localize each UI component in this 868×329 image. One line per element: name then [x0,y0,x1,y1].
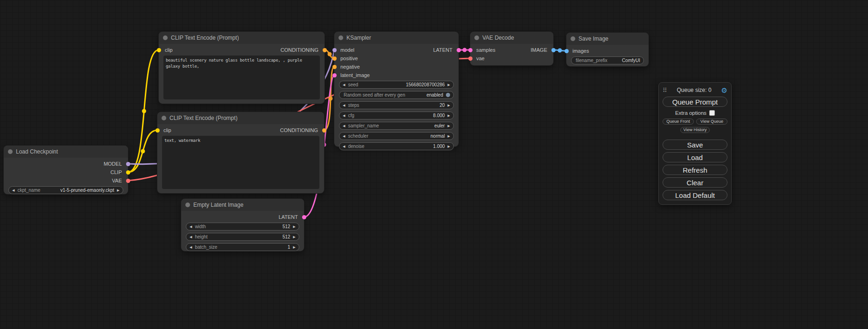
link-clip-to-negative-prompt[interactable] [128,130,157,172]
random-seed-toggle-widget[interactable]: Random seed after every gen enabled [339,91,454,99]
collapse-dot[interactable] [339,35,343,40]
left-arrow-icon[interactable]: ◀ [190,245,192,249]
conditioning-output-slot[interactable] [323,48,327,52]
node-ksampler[interactable]: KSampler model LATENT positive negative … [334,32,459,147]
right-arrow-icon[interactable]: ▶ [448,114,450,117]
node-save-image[interactable]: Save Image images filename_prefix ComfyU… [566,33,649,66]
link-clip-to-positive-prompt[interactable] [128,50,159,172]
left-arrow-icon[interactable]: ◀ [343,145,345,148]
view-history-button[interactable]: View History [680,127,710,133]
collapse-dot[interactable] [8,149,13,154]
left-arrow-icon[interactable]: ◀ [343,83,345,86]
batch-size-widget[interactable]: ◀ batch_size 1 ▶ [186,243,299,251]
seed-widget[interactable]: ◀ seed 156680208700286 ▶ [339,81,454,89]
latent-image-input-slot[interactable] [332,73,337,77]
node-vae-decode[interactable]: VAE Decode samples IMAGE vae [470,32,553,65]
filename-prefix-widget[interactable]: filename_prefix ComfyUI [571,56,644,64]
right-arrow-icon[interactable]: ▶ [448,134,450,138]
prompt-textarea[interactable]: beautiful scenery nature glass bottle la… [163,56,320,99]
model-input-slot[interactable] [332,48,337,52]
clip-input-slot[interactable] [155,128,160,133]
link-midpoint-dot[interactable] [142,109,146,113]
collapse-dot[interactable] [163,35,168,40]
toggle-dot[interactable] [446,93,450,97]
link-midpoint-dot[interactable] [463,48,467,52]
clear-button[interactable]: Clear [663,177,727,188]
latent-output-slot[interactable] [302,215,306,219]
denoise-widget[interactable]: ◀ denoise 1.000 ▶ [339,142,454,150]
settings-gear-icon[interactable]: ⚙ [721,87,727,94]
right-arrow-icon[interactable]: ▶ [293,225,296,228]
ckpt-name-widget[interactable]: ◀ ckpt_name v1-5-pruned-emaonly.ckpt ▶ [8,186,123,194]
negative-input-slot[interactable] [332,65,337,69]
node-empty-latent-image[interactable]: Empty Latent Image LATENT ◀ width 512 ▶ … [181,199,304,251]
node-header[interactable]: Save Image [566,33,649,45]
vae-input-slot[interactable] [468,56,473,61]
model-output-slot[interactable] [126,162,130,166]
collapse-dot[interactable] [162,116,166,120]
load-button[interactable]: Load [663,152,727,162]
view-queue-button[interactable]: View Queue [696,119,727,125]
widget-value: 20 [439,103,445,108]
node-header[interactable]: CLIP Text Encode (Prompt) [159,32,325,44]
clip-input-slot[interactable] [157,48,161,52]
node-header[interactable]: VAE Decode [470,32,553,44]
right-arrow-icon[interactable]: ▶ [448,145,450,148]
cfg-widget[interactable]: ◀ cfg 8.000 ▶ [339,112,454,119]
left-arrow-icon[interactable]: ◀ [190,225,192,228]
node-header[interactable]: CLIP Text Encode (Prompt) [157,112,324,124]
sampler-name-widget[interactable]: ◀ sampler_name euler ▶ [339,122,454,130]
image-output-slot[interactable] [551,48,556,52]
save-button[interactable]: Save [663,140,727,150]
right-arrow-icon[interactable]: ▶ [117,189,120,192]
queue-prompt-button[interactable]: Queue Prompt [663,97,727,107]
output-slot-label: CONDITIONING [280,127,318,133]
refresh-button[interactable]: Refresh [663,165,727,175]
widget-label: cfg [348,113,354,118]
collapse-dot[interactable] [474,35,479,40]
positive-input-slot[interactable] [332,56,337,61]
node-title: VAE Decode [482,35,514,41]
left-arrow-icon[interactable]: ◀ [12,189,14,192]
width-widget[interactable]: ◀ width 512 ▶ [186,223,299,231]
left-arrow-icon[interactable]: ◀ [343,134,345,138]
vae-output-slot[interactable] [126,179,130,183]
collapse-dot[interactable] [571,36,575,41]
extra-options-checkbox[interactable] [709,110,715,116]
node-header[interactable]: KSampler [334,32,459,44]
conditioning-output-slot[interactable] [322,128,326,133]
right-arrow-icon[interactable]: ▶ [448,124,450,127]
queue-front-button[interactable]: Queue Front [663,119,694,125]
widget-label: ckpt_name [17,188,40,193]
node-header[interactable]: Load Checkpoint [4,146,128,158]
samples-input-slot[interactable] [468,48,473,52]
right-arrow-icon[interactable]: ▶ [293,235,296,238]
node-clip-text-encode-positive[interactable]: CLIP Text Encode (Prompt) clip CONDITION… [159,32,325,104]
prompt-textarea[interactable]: text, watermark [162,136,319,189]
node-load-checkpoint[interactable]: Load Checkpoint MODEL CLIP VAE ◀ ckpt_na… [4,146,128,194]
images-input-slot[interactable] [565,49,569,53]
link-midpoint-dot[interactable] [558,49,562,53]
scheduler-widget[interactable]: ◀ scheduler normal ▶ [339,132,454,140]
link-midpoint-dot[interactable] [328,52,332,56]
load-default-button[interactable]: Load Default [663,190,727,200]
clip-output-slot[interactable] [126,170,130,175]
link-midpoint-dot[interactable] [141,149,145,154]
link-midpoint-dot[interactable] [329,97,333,101]
left-arrow-icon[interactable]: ◀ [343,124,345,127]
right-arrow-icon[interactable]: ▶ [293,245,296,249]
left-arrow-icon[interactable]: ◀ [343,114,345,117]
left-arrow-icon[interactable]: ◀ [343,104,345,107]
right-arrow-icon[interactable]: ▶ [448,83,450,86]
steps-widget[interactable]: ◀ steps 20 ▶ [339,101,454,109]
node-header[interactable]: Empty Latent Image [181,199,304,211]
height-widget[interactable]: ◀ height 512 ▶ [186,233,299,241]
widget-label: batch_size [195,245,217,250]
right-arrow-icon[interactable]: ▶ [448,104,450,107]
collapse-dot[interactable] [185,203,190,207]
node-title: CLIP Text Encode (Prompt) [169,115,238,121]
drag-handle-icon[interactable]: ⠿ [663,87,667,94]
left-arrow-icon[interactable]: ◀ [190,235,192,238]
node-clip-text-encode-negative[interactable]: CLIP Text Encode (Prompt) clip CONDITION… [157,112,324,193]
latent-output-slot[interactable] [457,48,461,52]
